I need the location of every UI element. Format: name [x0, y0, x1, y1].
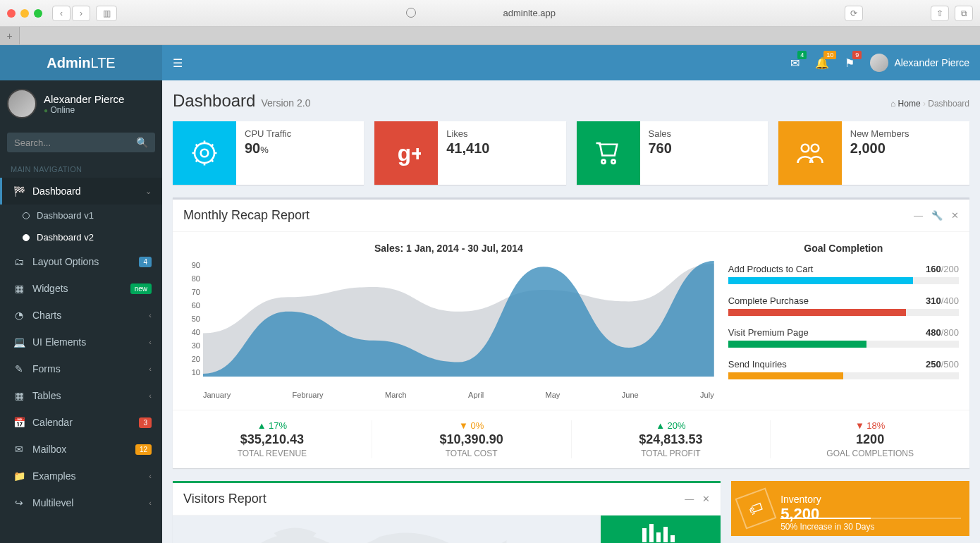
sidebar-item-multilevel[interactable]: ↪Multilevel‹: [0, 489, 162, 516]
sidebar-item-label: Dashboard: [32, 185, 81, 197]
url-bar[interactable]: adminlte.app: [123, 8, 839, 18]
user-panel[interactable]: Alexander Pierce ● Online: [0, 80, 162, 127]
map-icon: [173, 515, 601, 543]
hamburger-icon[interactable]: ☰: [173, 56, 183, 70]
info-value: 2,000: [850, 140, 909, 157]
sidebar-subitem-dashboard-v2[interactable]: Dashboard v2: [0, 226, 162, 248]
share-icon: ↪: [13, 497, 25, 508]
info-box[interactable]: Sales 760: [577, 121, 768, 185]
site-settings-icon[interactable]: [406, 8, 416, 18]
reload-button[interactable]: ⟳: [845, 6, 863, 21]
sidebar-item-calendar[interactable]: 📅Calendar3: [0, 409, 162, 436]
new-tab-button[interactable]: +: [0, 27, 20, 44]
sidebar-item-charts[interactable]: ◔Charts‹: [0, 302, 162, 329]
sidebar-item-ui[interactable]: 💻UI Elements‹: [0, 329, 162, 355]
stat-block: ▲ 20% $24,813.53 TOTAL PROFIT: [572, 420, 771, 458]
goal-item: Visit Premium Page480/800: [728, 327, 959, 348]
chevron-left-icon: ‹: [149, 391, 152, 400]
page-header: Dashboard Version 2.0 ⌂ Home › Dashboard: [173, 91, 969, 111]
logo[interactable]: AdminLTE: [0, 45, 162, 80]
tabs-button[interactable]: ⧉: [955, 6, 973, 21]
small-box-inventory[interactable]: 🏷 Inventory 5,200 50% Increase in 30 Day…: [731, 481, 969, 536]
small-box-value: 5,200: [780, 505, 821, 523]
search-input[interactable]: [14, 138, 136, 148]
svg-point-6: [811, 145, 819, 152]
sidebar-item-tables[interactable]: ▦Tables‹: [0, 382, 162, 409]
collapse-button[interactable]: —: [914, 210, 923, 221]
search-box[interactable]: 🔍: [7, 133, 155, 152]
folder-icon: 📁: [13, 470, 25, 482]
breadcrumb: ⌂ Home › Dashboard: [890, 99, 969, 109]
user-status: ● Online: [44, 105, 124, 115]
user-menu[interactable]: Alexander Pierce: [870, 54, 969, 72]
badge: new: [130, 283, 152, 294]
notifications-icon[interactable]: 🔔10: [815, 56, 829, 70]
sidebar-item-layout[interactable]: 🗂Layout Options4: [0, 248, 162, 275]
sidebar: AdminLTE Alexander Pierce ● Online 🔍 MAI…: [0, 45, 162, 543]
breadcrumb-home[interactable]: Home: [898, 99, 921, 109]
chevron-left-icon: ‹: [149, 499, 152, 507]
page-title: Dashboard: [173, 91, 255, 111]
info-label: CPU Traffic: [245, 128, 291, 139]
box-title: Visitors Report: [183, 492, 267, 506]
sidebar-item-label: Layout Options: [32, 256, 99, 267]
close-window-icon[interactable]: [7, 9, 16, 18]
close-button[interactable]: ✕: [702, 494, 710, 504]
tasks-icon[interactable]: ⚑9: [845, 56, 855, 70]
box-title: Monthly Recap Report: [183, 208, 310, 223]
collapse-button[interactable]: —: [685, 494, 694, 504]
info-box[interactable]: CPU Traffic 90%: [173, 121, 364, 185]
laptop-icon: 💻: [13, 336, 25, 348]
sidebar-item-label: UI Elements: [32, 336, 86, 348]
world-map[interactable]: [173, 515, 601, 543]
avatar: [7, 89, 37, 118]
tag-icon: 🏷: [735, 488, 777, 530]
forward-button[interactable]: ›: [72, 6, 90, 21]
chevron-left-icon: ‹: [149, 472, 152, 480]
sidebar-item-label: Mailbox: [32, 444, 66, 455]
share-button[interactable]: ⇧: [931, 6, 949, 21]
sidebar-item-examples[interactable]: 📁Examples‹: [0, 463, 162, 489]
page-subtitle: Version 2.0: [261, 97, 310, 109]
maximize-window-icon[interactable]: [34, 9, 42, 18]
messages-icon[interactable]: ✉4: [790, 56, 800, 70]
calendar-icon: 📅: [13, 417, 25, 428]
settings-button[interactable]: 🔧: [931, 210, 943, 221]
info-box[interactable]: New Members 2,000: [778, 121, 969, 185]
svg-point-4: [611, 160, 615, 164]
search-icon[interactable]: 🔍: [136, 137, 148, 148]
box-monthly-recap: Monthly Recap Report — 🔧 ✕ Sales: 1 Jan,…: [173, 197, 969, 468]
bar-icon: [639, 523, 682, 542]
home-icon: ⌂: [890, 99, 895, 109]
sidebar-item-label: Widgets: [32, 283, 68, 294]
sidebar-item-forms[interactable]: ✎Forms‹: [0, 355, 162, 382]
badge: 4: [139, 257, 152, 267]
svg-rect-7: [642, 528, 647, 542]
info-icon: g+: [374, 121, 438, 185]
gauge-icon: 🏁: [13, 185, 25, 197]
visitors-spark: 8390: [601, 515, 721, 543]
badge: 3: [139, 417, 152, 428]
sidebar-subitem-dashboard-v1[interactable]: Dashboard v1: [0, 205, 162, 226]
sidebar-item-dashboard[interactable]: 🏁 Dashboard ⌄: [0, 178, 162, 205]
back-button[interactable]: ‹: [52, 6, 71, 21]
info-label: New Members: [850, 128, 909, 139]
goal-item: Send Inquiries250/500: [728, 359, 959, 379]
info-box[interactable]: g+ Likes 41,410: [374, 121, 565, 185]
box-visitors: Visitors Report — ✕: [173, 481, 721, 543]
svg-point-3: [601, 160, 605, 164]
minimize-window-icon[interactable]: [20, 9, 29, 18]
small-box-sub: 50% Increase in 30 Days: [780, 522, 874, 532]
sidebar-toggle-icon[interactable]: ▥: [96, 6, 117, 21]
close-button[interactable]: ✕: [951, 210, 959, 221]
chevron-left-icon: ‹: [149, 365, 152, 373]
edit-icon: ✎: [13, 363, 25, 374]
svg-point-5: [802, 145, 809, 152]
table-icon: ▦: [13, 390, 25, 401]
info-label: Likes: [446, 128, 489, 139]
sidebar-item-widgets[interactable]: ▦Widgetsnew: [0, 275, 162, 302]
info-icon: [577, 121, 640, 185]
goals-title: Goal Completion: [728, 243, 959, 254]
chevron-left-icon: ‹: [149, 311, 152, 319]
sidebar-item-mailbox[interactable]: ✉Mailbox12: [0, 436, 162, 463]
